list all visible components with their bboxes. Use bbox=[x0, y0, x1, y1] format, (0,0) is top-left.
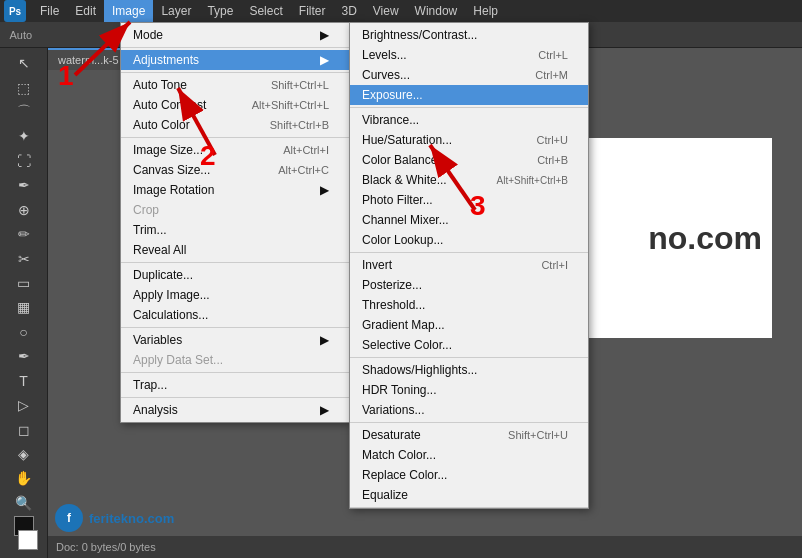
tool-3d[interactable]: ◈ bbox=[9, 443, 39, 465]
menu-variables[interactable]: Variables ▶ bbox=[121, 330, 349, 350]
adj-invert[interactable]: Invert Ctrl+I bbox=[350, 255, 588, 275]
adj-photo-filter[interactable]: Photo Filter... bbox=[350, 190, 588, 210]
menu-trim[interactable]: Trim... bbox=[121, 220, 349, 240]
menu-canvas-size[interactable]: Canvas Size... Alt+Ctrl+C bbox=[121, 160, 349, 180]
adj-exposure[interactable]: Exposure... bbox=[350, 85, 588, 105]
menu-reveal-all[interactable]: Reveal All bbox=[121, 240, 349, 260]
tool-dodge[interactable]: ○ bbox=[9, 321, 39, 343]
canvas-text: no.com bbox=[648, 220, 762, 257]
status-bar: Doc: 0 bytes/0 bytes bbox=[48, 536, 802, 558]
menu-image[interactable]: Image bbox=[104, 0, 153, 22]
tool-healing[interactable]: ⊕ bbox=[9, 199, 39, 221]
adj-color-balance[interactable]: Color Balance... Ctrl+B bbox=[350, 150, 588, 170]
menu-auto-tone[interactable]: Auto Tone Shift+Ctrl+L bbox=[121, 75, 349, 95]
ps-logo: Ps bbox=[4, 0, 26, 22]
adj-hdr-toning[interactable]: HDR Toning... bbox=[350, 380, 588, 400]
annotation-number-3: 3 bbox=[470, 190, 486, 222]
tool-magic-wand[interactable]: ✦ bbox=[9, 125, 39, 147]
menu-image-size[interactable]: Image Size... Alt+Ctrl+I bbox=[121, 140, 349, 160]
adj-posterize[interactable]: Posterize... bbox=[350, 275, 588, 295]
tool-type[interactable]: T bbox=[9, 369, 39, 391]
menu-duplicate[interactable]: Duplicate... bbox=[121, 265, 349, 285]
adj-color-lookup[interactable]: Color Lookup... bbox=[350, 230, 588, 250]
menu-crop: Crop bbox=[121, 200, 349, 220]
tool-marquee[interactable]: ⬚ bbox=[9, 76, 39, 98]
tool-gradient[interactable]: ▦ bbox=[9, 296, 39, 318]
adj-channel-mixer[interactable]: Channel Mixer... bbox=[350, 210, 588, 230]
tool-crop[interactable]: ⛶ bbox=[9, 150, 39, 172]
menu-mode[interactable]: Mode ▶ bbox=[121, 25, 349, 45]
adj-gradient-map[interactable]: Gradient Map... bbox=[350, 315, 588, 335]
tool-eyedropper[interactable]: ✒ bbox=[9, 174, 39, 196]
annotation-number-1: 1 bbox=[58, 60, 74, 92]
menu-apply-image[interactable]: Apply Image... bbox=[121, 285, 349, 305]
adj-curves[interactable]: Curves... Ctrl+M bbox=[350, 65, 588, 85]
menu-calculations[interactable]: Calculations... bbox=[121, 305, 349, 325]
adj-selective-color[interactable]: Selective Color... bbox=[350, 335, 588, 355]
adjustments-dropdown: Brightness/Contrast... Levels... Ctrl+L … bbox=[349, 22, 589, 509]
adj-desaturate[interactable]: Desaturate Shift+Ctrl+U bbox=[350, 425, 588, 445]
adj-vibrance[interactable]: Vibrance... bbox=[350, 110, 588, 130]
menu-bar: Ps File Edit Image Layer Type Select Fil… bbox=[0, 0, 802, 22]
menu-adjustments[interactable]: Adjustments ▶ bbox=[121, 50, 349, 70]
menu-apply-dataset: Apply Data Set... bbox=[121, 350, 349, 370]
adj-replace-color[interactable]: Replace Color... bbox=[350, 465, 588, 485]
adj-match-color[interactable]: Match Color... bbox=[350, 445, 588, 465]
menu-trap[interactable]: Trap... bbox=[121, 375, 349, 395]
menu-image-rotation[interactable]: Image Rotation ▶ bbox=[121, 180, 349, 200]
menu-auto-contrast[interactable]: Auto Contrast Alt+Shift+Ctrl+L bbox=[121, 95, 349, 115]
menu-view[interactable]: View bbox=[365, 0, 407, 22]
tool-pen[interactable]: ✒ bbox=[9, 345, 39, 367]
tool-zoom[interactable]: 🔍 bbox=[9, 492, 39, 514]
adj-shadows-highlights[interactable]: Shadows/Highlights... bbox=[350, 360, 588, 380]
brand-text: feritekno.com bbox=[89, 511, 174, 526]
tool-clone[interactable]: ✂ bbox=[9, 247, 39, 269]
tool-move[interactable]: ↖ bbox=[9, 52, 39, 74]
menu-filter[interactable]: Filter bbox=[291, 0, 334, 22]
menu-window[interactable]: Window bbox=[407, 0, 466, 22]
menu-3d[interactable]: 3D bbox=[333, 0, 364, 22]
adj-variations[interactable]: Variations... bbox=[350, 400, 588, 420]
adj-brightness[interactable]: Brightness/Contrast... bbox=[350, 25, 588, 45]
adj-levels[interactable]: Levels... Ctrl+L bbox=[350, 45, 588, 65]
menu-analysis[interactable]: Analysis ▶ bbox=[121, 400, 349, 420]
tool-lasso[interactable]: ⌒ bbox=[9, 101, 39, 123]
menu-edit[interactable]: Edit bbox=[67, 0, 104, 22]
menu-file[interactable]: File bbox=[32, 0, 67, 22]
menu-select[interactable]: Select bbox=[241, 0, 290, 22]
adj-equalize[interactable]: Equalize bbox=[350, 485, 588, 505]
annotation-number-2: 2 bbox=[200, 140, 216, 172]
menu-type[interactable]: Type bbox=[199, 0, 241, 22]
brand-icon: f bbox=[55, 504, 83, 532]
adj-hue-sat[interactable]: Hue/Saturation... Ctrl+U bbox=[350, 130, 588, 150]
tool-eraser[interactable]: ▭ bbox=[9, 272, 39, 294]
status-text: Doc: 0 bytes/0 bytes bbox=[56, 541, 156, 553]
menu-help[interactable]: Help bbox=[465, 0, 506, 22]
adj-threshold[interactable]: Threshold... bbox=[350, 295, 588, 315]
adj-bw[interactable]: Black & White... Alt+Shift+Ctrl+B bbox=[350, 170, 588, 190]
tool-shape[interactable]: ◻ bbox=[9, 418, 39, 440]
background-color[interactable] bbox=[18, 530, 38, 550]
tool-brush[interactable]: ✏ bbox=[9, 223, 39, 245]
brand-logo: f feritekno.com bbox=[55, 504, 174, 532]
tool-path-select[interactable]: ▷ bbox=[9, 394, 39, 416]
left-tool-panel: ↖ ⬚ ⌒ ✦ ⛶ ✒ ⊕ ✏ ✂ ▭ ▦ ○ ✒ T ▷ ◻ ◈ ✋ 🔍 bbox=[0, 48, 48, 558]
tool-hand[interactable]: ✋ bbox=[9, 467, 39, 489]
image-dropdown: Mode ▶ Adjustments ▶ Auto Tone Shift+Ctr… bbox=[120, 22, 350, 423]
menu-auto-color[interactable]: Auto Color Shift+Ctrl+B bbox=[121, 115, 349, 135]
menu-layer[interactable]: Layer bbox=[153, 0, 199, 22]
